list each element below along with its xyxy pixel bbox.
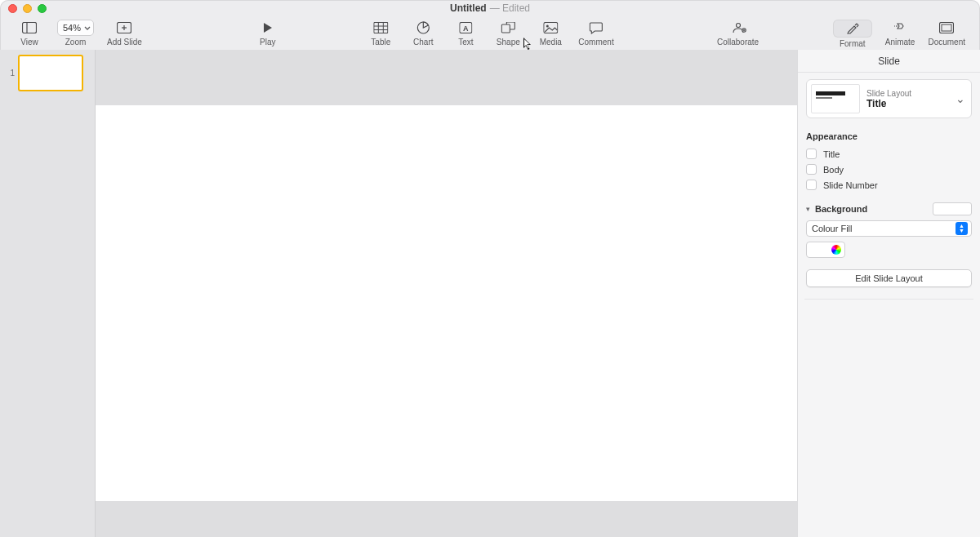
animate-label: Animate: [885, 38, 915, 47]
collaborate-label: Collaborate: [717, 38, 759, 47]
document-icon: [932, 20, 961, 36]
add-slide-label: Add Slide: [107, 38, 142, 47]
slide-navigator[interactable]: 1: [0, 50, 96, 537]
appearance-title-row[interactable]: Title: [806, 146, 972, 162]
disclosure-triangle-icon[interactable]: ▾: [806, 205, 810, 213]
chart-icon: [408, 20, 438, 36]
appearance-body-row[interactable]: Body: [806, 162, 972, 177]
comment-icon: [581, 20, 611, 36]
shape-button[interactable]: Shape: [487, 20, 529, 47]
slide-number-checkbox[interactable]: [806, 180, 817, 190]
collaborate-icon: [724, 20, 753, 36]
table-button[interactable]: Table: [359, 20, 402, 47]
slide-number: 1: [5, 69, 15, 78]
select-arrows-icon: ▲▼: [956, 222, 968, 235]
svg-rect-0: [23, 23, 37, 33]
chart-label: Chart: [413, 38, 433, 47]
text-button[interactable]: A Text: [444, 20, 487, 47]
view-label: View: [20, 38, 38, 47]
close-window-button[interactable]: [8, 4, 17, 13]
document-title: Untitled: [450, 2, 487, 14]
play-icon: [253, 20, 283, 36]
table-label: Table: [371, 38, 390, 47]
format-button[interactable]: Format: [826, 20, 879, 48]
slide-canvas-area[interactable]: [96, 50, 797, 537]
text-icon: A: [451, 20, 480, 36]
collaborate-button[interactable]: Collaborate: [710, 20, 765, 47]
zoom-value-box[interactable]: 54%: [57, 20, 94, 36]
view-button[interactable]: View: [8, 20, 51, 47]
media-icon: [536, 20, 565, 36]
toolbar: View 54% Zoom Add Slide Play: [0, 16, 980, 50]
title-checkbox-label: Title: [823, 149, 840, 159]
slide-canvas[interactable]: [96, 105, 797, 501]
animate-button[interactable]: Animate: [879, 20, 922, 48]
svg-text:A: A: [463, 24, 469, 33]
media-button[interactable]: Media: [529, 20, 572, 47]
appearance-header: Appearance: [806, 131, 972, 141]
zoom-label: Zoom: [65, 38, 87, 47]
format-label: Format: [840, 39, 866, 48]
inspector-tab-slide[interactable]: Slide: [798, 50, 980, 73]
chevron-down-icon: ⌄: [954, 92, 967, 105]
animate-icon: [885, 20, 915, 36]
svg-rect-13: [501, 24, 510, 33]
chart-button[interactable]: Chart: [402, 20, 444, 47]
chevron-down-icon: [84, 26, 91, 30]
title-checkbox[interactable]: [806, 149, 817, 159]
layout-preview-thumbnail: [811, 84, 860, 113]
document-status-text: Edited: [502, 2, 530, 14]
slide-thumbnail-row[interactable]: 1: [0, 53, 95, 93]
format-icon: [833, 20, 872, 38]
svg-point-15: [546, 25, 549, 28]
body: 1 Slide Slide Layout Title ⌄ Appearanc: [0, 50, 980, 537]
svg-rect-5: [374, 23, 388, 33]
background-header: Background: [815, 204, 867, 214]
fill-select-value: Colour Fill: [812, 224, 853, 233]
color-wheel-icon: [831, 245, 841, 255]
window-controls: [8, 4, 47, 13]
add-slide-button[interactable]: Add Slide: [100, 20, 149, 47]
comment-label: Comment: [578, 38, 613, 47]
play-button[interactable]: Play: [247, 20, 289, 47]
inspector-panel: Slide Slide Layout Title ⌄ Appearance Ti…: [797, 50, 980, 537]
divider: [804, 299, 973, 300]
media-label: Media: [540, 38, 562, 47]
background-swatch[interactable]: [933, 202, 972, 215]
svg-rect-21: [942, 24, 951, 31]
add-slide-icon: [109, 20, 139, 36]
comment-button[interactable]: Comment: [572, 20, 620, 47]
edit-slide-layout-button[interactable]: Edit Slide Layout: [806, 269, 972, 287]
play-label: Play: [260, 38, 275, 47]
table-icon: [366, 20, 395, 36]
slide-layout-label: Slide Layout: [866, 89, 947, 98]
background-fill-select[interactable]: Colour Fill ▲▼: [806, 220, 972, 237]
slide-number-checkbox-label: Slide Number: [823, 180, 878, 190]
document-label: Document: [928, 38, 965, 47]
zoom-button[interactable]: 54% Zoom: [51, 20, 100, 47]
body-checkbox[interactable]: [806, 164, 817, 175]
titlebar: Untitled — Edited: [0, 0, 980, 16]
color-picker-button[interactable]: [806, 242, 845, 258]
minimize-window-button[interactable]: [23, 4, 32, 13]
slide-layout-selector[interactable]: Slide Layout Title ⌄: [806, 79, 972, 118]
appearance-slidenumber-row[interactable]: Slide Number: [806, 177, 972, 193]
document-status: — Edited: [490, 2, 530, 14]
slide-layout-name: Title: [866, 98, 947, 109]
text-label: Text: [458, 38, 473, 47]
background-row[interactable]: ▾ Background: [806, 202, 972, 215]
slide-thumbnail[interactable]: [18, 55, 83, 91]
view-icon: [15, 20, 44, 36]
svg-point-16: [736, 24, 740, 28]
zoom-value: 54%: [63, 23, 81, 33]
body-checkbox-label: Body: [823, 165, 844, 175]
fullscreen-window-button[interactable]: [38, 4, 47, 13]
shape-label: Shape: [497, 38, 520, 47]
document-button[interactable]: Document: [921, 20, 972, 48]
app-window: Untitled — Edited View 54% Zoom: [0, 0, 980, 537]
shape-icon: [493, 20, 523, 36]
